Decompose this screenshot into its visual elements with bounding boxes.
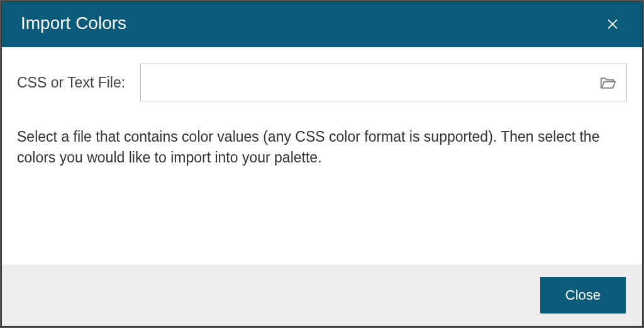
file-input[interactable] xyxy=(140,64,627,101)
dialog-title: Import Colors xyxy=(21,13,126,33)
dialog-header: Import Colors xyxy=(2,2,642,47)
instructions-text: Select a file that contains color values… xyxy=(17,127,627,169)
file-input-label: CSS or Text File: xyxy=(17,74,125,91)
close-icon[interactable] xyxy=(601,14,625,33)
dialog-body: CSS or Text File: Select a file that con… xyxy=(2,47,642,264)
dialog-footer: Close xyxy=(2,264,642,326)
import-colors-dialog: Import Colors CSS or Text File: Select a… xyxy=(1,1,643,327)
close-button[interactable]: Close xyxy=(540,277,626,314)
folder-open-icon[interactable] xyxy=(599,73,618,92)
file-row: CSS or Text File: xyxy=(17,64,627,101)
